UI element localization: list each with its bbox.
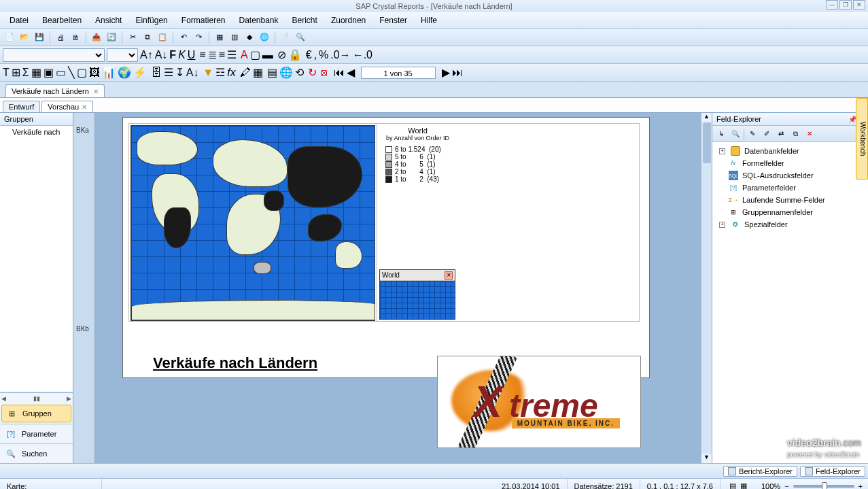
tab-preview[interactable]: Vorschau✕ bbox=[41, 101, 93, 112]
sort-az-icon[interactable]: A↓ bbox=[186, 67, 199, 79]
scroll-down-icon[interactable]: ▼ bbox=[701, 454, 712, 463]
minimap[interactable]: World✕ bbox=[379, 269, 455, 320]
insert-subreport-icon[interactable]: ▭ bbox=[56, 66, 66, 79]
thousands-icon[interactable]: , bbox=[314, 49, 317, 61]
insert-text-icon[interactable]: T bbox=[3, 67, 10, 79]
insert-box-icon[interactable]: ▢ bbox=[77, 66, 87, 79]
increase-decimals-icon[interactable]: .0→ bbox=[330, 49, 350, 61]
menu-file[interactable]: Datei bbox=[4, 14, 34, 27]
group-tree[interactable]: Verkäufe nach bbox=[0, 126, 73, 392]
increase-font-icon[interactable]: A↑ bbox=[140, 49, 153, 61]
template-expert-icon[interactable]: ▤ bbox=[267, 66, 277, 79]
menu-database[interactable]: Datenbank bbox=[233, 14, 283, 27]
duplicate-field-icon[interactable]: ⧉ bbox=[789, 128, 801, 140]
print-icon[interactable]: 🖨 bbox=[54, 31, 67, 44]
first-page-icon[interactable]: ⏮ bbox=[334, 67, 345, 79]
open-icon[interactable]: 📂 bbox=[18, 31, 31, 44]
next-page-icon[interactable]: ▶ bbox=[442, 66, 450, 79]
undo-icon[interactable]: ↶ bbox=[177, 31, 190, 44]
preview-area[interactable]: World by Anzahl von Order ID 6 to 1.524 … bbox=[95, 113, 712, 463]
close-button[interactable]: ✕ bbox=[853, 0, 865, 10]
align-left-icon[interactable]: ≡ bbox=[199, 49, 205, 61]
insert-field-icon[interactable]: ↳ bbox=[715, 128, 727, 140]
world-map[interactable] bbox=[131, 125, 375, 321]
insert-chart2-icon[interactable]: 📊 bbox=[102, 66, 116, 79]
vertical-scrollbar[interactable]: ▲ ▼ bbox=[701, 113, 712, 463]
page-indicator[interactable]: 1 von 35 bbox=[361, 67, 436, 79]
suppress-icon[interactable]: ⊘ bbox=[277, 48, 286, 61]
tree-param-fields[interactable]: [?]Parameterfelder bbox=[715, 182, 865, 194]
close-tab-icon[interactable]: ✕ bbox=[93, 88, 99, 95]
save-icon[interactable]: 💾 bbox=[33, 31, 46, 44]
zoom-handle[interactable] bbox=[822, 482, 827, 490]
zoom-in-icon[interactable]: + bbox=[858, 482, 863, 490]
tree-sql-fields[interactable]: SQLSQL-Ausdrucksfelder bbox=[715, 169, 865, 182]
edit-field-icon[interactable]: ✐ bbox=[761, 128, 773, 140]
fill-icon[interactable]: ▬ bbox=[262, 49, 273, 61]
menu-insert[interactable]: Einfügen bbox=[130, 14, 173, 27]
menu-arrange[interactable]: Zuordnen bbox=[326, 14, 371, 27]
insert-line-icon[interactable]: ╲ bbox=[68, 66, 75, 79]
close-preview-icon[interactable]: ✕ bbox=[82, 103, 87, 111]
repository-icon[interactable]: 🌐 bbox=[279, 66, 293, 79]
bold-icon[interactable]: F bbox=[169, 49, 176, 61]
tree-special-fields[interactable]: +✪Spezialfelder bbox=[715, 218, 865, 231]
tab-design[interactable]: Entwurf bbox=[3, 101, 40, 112]
new-field-icon[interactable]: ✎ bbox=[746, 128, 759, 140]
percent-icon[interactable]: % bbox=[319, 49, 328, 61]
left-button-search[interactable]: 🔍Suchen bbox=[0, 443, 73, 463]
left-button-parameters[interactable]: [?]Parameter bbox=[0, 424, 73, 443]
toggle-panel-icon[interactable]: ▥ bbox=[228, 31, 241, 44]
group-expert-icon[interactable]: ☰ bbox=[164, 66, 173, 79]
menu-view[interactable]: Ansicht bbox=[90, 14, 127, 27]
paste-icon[interactable]: 📋 bbox=[156, 31, 169, 44]
insert-flash-icon[interactable]: ⚡ bbox=[133, 66, 147, 79]
field-tree[interactable]: +Datenbankfelder fxFormelfelder SQLSQL-A… bbox=[712, 142, 868, 463]
rename-field-icon[interactable]: ⇄ bbox=[775, 128, 787, 140]
print-preview-icon[interactable]: 🗎 bbox=[69, 31, 82, 44]
delete-field-icon[interactable]: ✕ bbox=[803, 128, 816, 140]
tree-db-fields[interactable]: +Datenbankfelder bbox=[715, 145, 865, 157]
dependency-icon[interactable]: ⟲ bbox=[295, 66, 304, 79]
select-expert-icon[interactable]: ▼ bbox=[203, 67, 213, 79]
insert-crosstab-icon[interactable]: ▦ bbox=[31, 66, 41, 79]
maximize-button[interactable]: ❐ bbox=[839, 0, 852, 10]
bottom-tab-report-explorer[interactable]: Bericht-Explorer bbox=[723, 466, 797, 477]
insert-chart-icon[interactable]: ◆ bbox=[243, 31, 256, 44]
scroll-thumb[interactable] bbox=[703, 122, 711, 163]
lock-icon[interactable]: 🔒 bbox=[288, 48, 302, 61]
map-object[interactable]: World by Anzahl von Order ID 6 to 1.524 … bbox=[128, 123, 640, 322]
copy-icon[interactable]: ⧉ bbox=[141, 31, 154, 44]
layout-mode2-icon[interactable]: ▦ bbox=[738, 482, 749, 489]
border-icon[interactable]: ▢ bbox=[250, 48, 260, 61]
tree-running-fields[interactable]: Σ→Laufende Summe-Felder bbox=[715, 194, 865, 206]
redo-icon[interactable]: ↷ bbox=[192, 31, 205, 44]
decrease-decimals-icon[interactable]: ←.0 bbox=[353, 49, 372, 61]
highlight-expert-icon[interactable]: 🖍 bbox=[240, 67, 251, 79]
formula-workshop-icon[interactable]: fx bbox=[227, 67, 235, 79]
menu-window[interactable]: Fenster bbox=[374, 14, 413, 27]
menu-help[interactable]: Hilfe bbox=[415, 14, 442, 27]
insert-group-icon[interactable]: ⊞ bbox=[12, 66, 20, 79]
decrease-font-icon[interactable]: A↓ bbox=[155, 49, 168, 61]
font-color-icon[interactable]: A bbox=[241, 49, 248, 61]
underline-icon[interactable]: U bbox=[188, 49, 196, 61]
minimap-close-icon[interactable]: ✕ bbox=[445, 271, 453, 280]
alerts-icon[interactable]: ▦ bbox=[253, 66, 263, 79]
find-icon[interactable]: 🔍 bbox=[294, 31, 307, 44]
refresh-icon[interactable]: 🔄 bbox=[105, 31, 118, 44]
export-icon[interactable]: 📤 bbox=[90, 31, 103, 44]
section-expert-icon[interactable]: ☲ bbox=[215, 66, 225, 79]
insert-map-icon[interactable]: 🌐 bbox=[258, 31, 271, 44]
scroll-up-icon[interactable]: ▲ bbox=[701, 113, 712, 122]
minimize-button[interactable]: — bbox=[826, 0, 838, 10]
menu-report[interactable]: Bericht bbox=[287, 14, 323, 27]
insert-ole-icon[interactable]: ▣ bbox=[44, 66, 54, 79]
cut-icon[interactable]: ✂ bbox=[126, 31, 139, 44]
font-size-combo[interactable] bbox=[107, 48, 138, 62]
layout-mode-icon[interactable]: ▤ bbox=[727, 482, 738, 489]
database-expert-icon[interactable]: 🗄 bbox=[151, 67, 162, 79]
font-family-combo[interactable] bbox=[3, 48, 105, 62]
prev-page-icon[interactable]: ◀ bbox=[347, 66, 355, 79]
zoom-out-icon[interactable]: − bbox=[784, 482, 788, 490]
